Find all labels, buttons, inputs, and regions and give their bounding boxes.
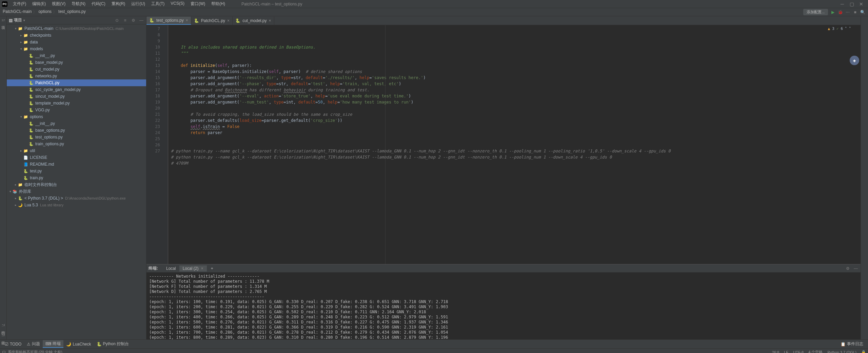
search-everywhere-icon[interactable]: 🔍: [860, 10, 865, 15]
tree-arrow-icon[interactable]: ▸: [14, 203, 18, 207]
menu-item[interactable]: 窗口(W): [188, 0, 208, 7]
inspection-widget[interactable]: ▲3 ✓6 ˄ ˅: [828, 26, 851, 31]
more-run-icon[interactable]: ⋯: [845, 10, 850, 15]
breadcrumb[interactable]: PatchGCL-main〉options〉test_options.py: [3, 9, 86, 15]
close-button[interactable]: ✕: [859, 2, 863, 6]
chevron-up-icon[interactable]: ˄: [845, 26, 847, 31]
caret-position[interactable]: 26:8: [772, 350, 779, 353]
tree-item[interactable]: ▾📁models: [7, 45, 146, 52]
file-encoding[interactable]: UTF-8: [793, 350, 804, 353]
tree-item[interactable]: ▾📁options: [7, 113, 146, 120]
tree-item[interactable]: 🐍test_options.py: [7, 134, 146, 141]
event-log-button[interactable]: 📋 事件日志: [838, 340, 866, 348]
tree-arrow-icon[interactable]: ▾: [19, 115, 23, 118]
breadcrumb-segment[interactable]: options: [38, 9, 52, 15]
editor-tab[interactable]: 🐍test_options.py×: [146, 17, 191, 25]
interpreter-info[interactable]: Python 3.7 (DGL): [827, 350, 856, 353]
tree-arrow-icon[interactable]: ▸: [14, 197, 18, 200]
line-separator[interactable]: LF: [784, 350, 788, 353]
terminal-hide-icon[interactable]: —: [853, 266, 859, 271]
project-tree[interactable]: ▾📁PatchGCL-mainC:\Users\64883\Desktop\Pa…: [7, 24, 146, 339]
tree-item[interactable]: 🐍sincut_model.py: [7, 93, 146, 100]
close-tab-icon[interactable]: ×: [227, 18, 230, 23]
breadcrumb-segment[interactable]: test_options.py: [58, 9, 86, 15]
indent-info[interactable]: 4 个空格: [808, 350, 823, 353]
tree-item[interactable]: 🐍train_options.py: [7, 141, 146, 147]
menu-item[interactable]: 重构(R): [109, 0, 128, 7]
tree-item[interactable]: ▸🌙Lua 5.3Lua std library: [7, 202, 146, 208]
menu-item[interactable]: VCS(S): [168, 0, 187, 7]
tree-arrow-icon[interactable]: ▾: [8, 190, 12, 193]
structure-tool-button[interactable]: 7: 结构: [1, 322, 6, 329]
close-tab-icon[interactable]: ×: [186, 18, 188, 23]
project-tool-button[interactable]: 1: 项目: [1, 18, 6, 24]
select-opened-icon[interactable]: ⊙: [114, 18, 120, 23]
readonly-lock-icon[interactable]: 🔒: [861, 350, 866, 353]
terminal-output[interactable]: ---------- Networks initialized --------…: [146, 273, 861, 339]
maximize-button[interactable]: ▢: [850, 2, 854, 6]
tool-window-button[interactable]: 🌙LuaCheck: [63, 340, 94, 348]
tree-item[interactable]: 🐍cut_model.py: [7, 66, 146, 73]
code-content[interactable]: It also includes shared options defined …: [168, 25, 861, 264]
fold-gutter[interactable]: [163, 25, 168, 264]
tree-item[interactable]: 🐍train.py: [7, 174, 146, 181]
debug-icon[interactable]: 🐞: [837, 10, 843, 15]
close-tab-icon[interactable]: ×: [269, 18, 271, 23]
run-icon[interactable]: ▶: [830, 10, 835, 15]
status-message[interactable]: 系统剪贴板不可用 (20 分钟 之前): [8, 350, 62, 353]
tree-item[interactable]: ▸📁util: [7, 147, 146, 154]
tree-arrow-icon[interactable]: ▸: [19, 34, 23, 37]
tree-item[interactable]: 🐍__init__.py: [7, 52, 146, 59]
menu-item[interactable]: 导航(N): [69, 0, 88, 7]
tree-item[interactable]: 🐍base_options.py: [7, 127, 146, 134]
menu-item[interactable]: 帮助(H): [209, 0, 228, 7]
menu-item[interactable]: 编辑(E): [29, 0, 48, 7]
settings-icon[interactable]: ⚙: [131, 18, 136, 23]
terminal-settings-icon[interactable]: ⚙: [845, 266, 850, 271]
tree-item[interactable]: 📄LICENSE: [7, 154, 146, 161]
tree-item[interactable]: ▸🐍< Python 3.7 (DGL) >D:\Anaconda3\envs\…: [7, 195, 146, 202]
stop-icon[interactable]: ■: [852, 10, 858, 15]
breadcrumb-segment[interactable]: PatchGCL-main: [3, 9, 32, 15]
tree-item[interactable]: 🐍base_model.py: [7, 59, 146, 66]
tree-item[interactable]: 🐍networks.py: [7, 73, 146, 79]
menu-item[interactable]: 文件(F): [10, 0, 29, 7]
add-config-button[interactable]: 添加配置...: [803, 9, 828, 15]
tool-window-button[interactable]: ⚠问题: [24, 340, 43, 348]
terminal-tab[interactable]: Local: [163, 265, 179, 272]
close-tab-icon[interactable]: ×: [200, 266, 203, 271]
tree-arrow-icon[interactable]: ▸: [14, 183, 18, 186]
tree-arrow-icon[interactable]: ▾: [14, 27, 18, 30]
menu-item[interactable]: 运行(U): [129, 0, 148, 7]
new-terminal-button[interactable]: +: [208, 266, 216, 271]
tool-window-button[interactable]: ⌨终端: [43, 340, 63, 348]
tree-item[interactable]: ▾📚外部库: [7, 188, 146, 195]
editor-tab[interactable]: 🐍cut_model.py×: [233, 17, 274, 25]
tree-item[interactable]: ▾📁PatchGCL-mainC:\Users\64883\Desktop\Pa…: [7, 25, 146, 32]
tree-item[interactable]: 🐍__init__.py: [7, 120, 146, 127]
editor-body[interactable]: 789101112131415161718192021222324252627 …: [146, 25, 861, 264]
editor-tab[interactable]: 🐍PatchGCL.py×: [191, 17, 233, 25]
tree-arrow-icon[interactable]: ▸: [19, 40, 23, 44]
tool-window-button[interactable]: ☑TODO: [2, 340, 24, 348]
tree-item[interactable]: 🐍VGG.py: [7, 107, 146, 113]
chevron-down-icon[interactable]: ˅: [849, 26, 851, 31]
tree-arrow-icon[interactable]: ▾: [19, 47, 23, 51]
tree-item[interactable]: 📘README.md: [7, 161, 146, 168]
favorites-tool-button[interactable]: 2: 收藏: [1, 333, 6, 339]
tree-item[interactable]: 🐍PatchGCL.py: [7, 79, 146, 86]
expand-all-icon[interactable]: ≡: [122, 18, 128, 23]
tree-item[interactable]: 🐍test.py: [7, 168, 146, 174]
hide-panel-icon[interactable]: —: [139, 18, 144, 23]
minimize-button[interactable]: ─: [840, 2, 844, 6]
menu-item[interactable]: 视图(V): [49, 0, 68, 7]
tree-item[interactable]: 🐍scc_cycle_gan_model.py: [7, 86, 146, 93]
menu-item[interactable]: 代码(C): [89, 0, 108, 7]
menu-item[interactable]: 工具(T): [149, 0, 167, 7]
tree-item[interactable]: 🐍template_model.py: [7, 100, 146, 107]
tree-arrow-icon[interactable]: ▸: [19, 149, 23, 152]
tree-item[interactable]: ▸📁checkpoints: [7, 32, 146, 39]
tool-window-button[interactable]: 🐍Python 控制台: [94, 340, 132, 348]
tree-item[interactable]: ▸📁data: [7, 39, 146, 45]
terminal-tab[interactable]: Local (2) ×: [179, 265, 207, 272]
